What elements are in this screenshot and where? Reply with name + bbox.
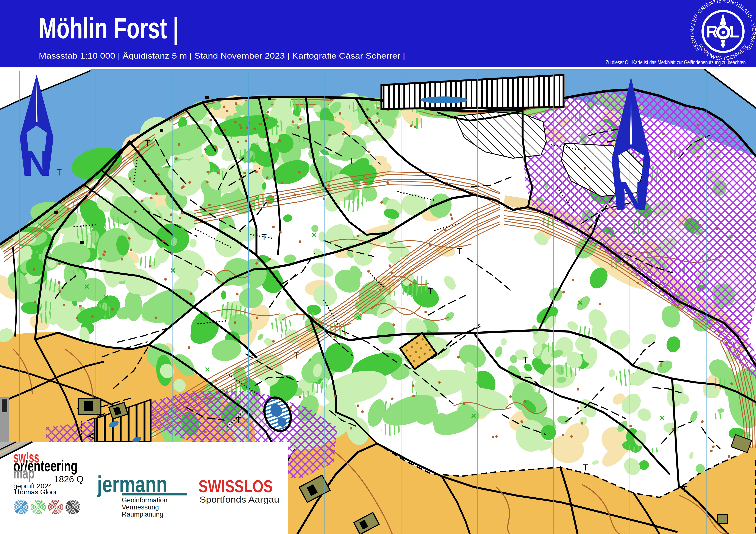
svg-text:T: T	[56, 168, 62, 177]
svg-text:×: ×	[84, 281, 90, 292]
svg-text:Thomas Gloor: Thomas Gloor	[14, 488, 57, 496]
svg-text:map: map	[14, 465, 35, 482]
svg-text:×: ×	[254, 193, 260, 203]
svg-text:T: T	[294, 351, 299, 360]
svg-text:N: N	[617, 174, 645, 217]
svg-text:1826 Q: 1826 Q	[54, 474, 84, 484]
svg-text:×: ×	[357, 313, 362, 323]
svg-text:×: ×	[103, 292, 109, 302]
svg-text:Sportfonds Aargau: Sportfonds Aargau	[200, 495, 279, 504]
svg-text:T: T	[682, 484, 687, 494]
svg-text:Massstab 1:10 000 | Äquidistan: Massstab 1:10 000 | Äquidistanz 5 m | St…	[39, 51, 405, 60]
svg-text:Möhlin Forst |: Möhlin Forst |	[39, 12, 179, 45]
svg-text:T: T	[349, 156, 354, 165]
svg-text:×: ×	[660, 413, 665, 423]
svg-text:T: T	[583, 463, 588, 472]
svg-text:T: T	[428, 286, 433, 296]
svg-text:×: ×	[170, 265, 176, 275]
svg-text:T: T	[145, 139, 150, 148]
svg-text:Geoinformation: Geoinformation	[122, 496, 168, 504]
svg-text:×: ×	[578, 297, 583, 308]
svg-text:×: ×	[471, 411, 476, 421]
svg-text:T: T	[261, 232, 267, 242]
svg-text:T: T	[523, 355, 528, 365]
svg-text:T: T	[659, 359, 663, 369]
svg-text:SWISSLOS: SWISSLOS	[199, 477, 273, 496]
svg-text:N: N	[24, 144, 49, 182]
svg-text:×: ×	[311, 230, 317, 240]
svg-text:Raumplanung: Raumplanung	[122, 511, 163, 518]
svg-text:Vermessung: Vermessung	[122, 503, 159, 511]
svg-text:T: T	[457, 246, 462, 256]
svg-text:T: T	[236, 415, 241, 425]
svg-text:×: ×	[205, 364, 210, 374]
